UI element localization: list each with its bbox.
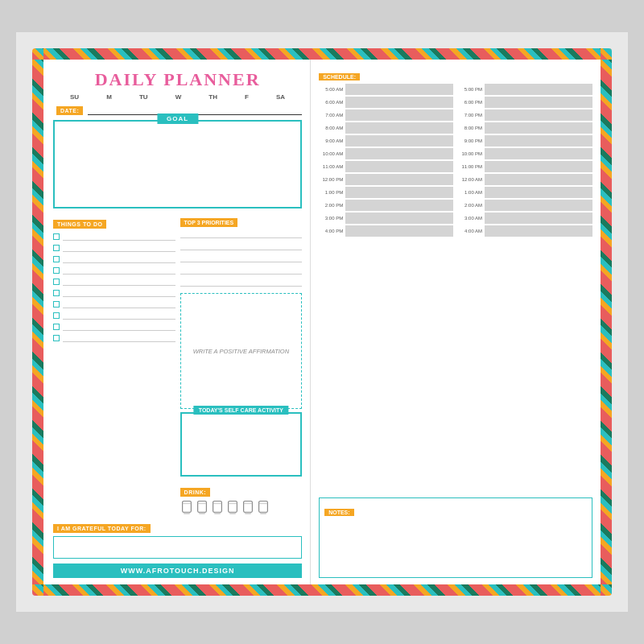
cup-icon[interactable] [226, 500, 239, 516]
time-label: 10:00 AM [319, 151, 343, 156]
planner-title: DAILY PLANNER [53, 69, 302, 90]
time-box[interactable] [345, 122, 453, 134]
time-slot: 4:00 PM [319, 225, 453, 237]
planner-inner: DAILY PLANNER SU M TU W TH F SA DATE: GO… [43, 60, 601, 584]
check-item [53, 255, 175, 263]
schedule-label: SCHEDULE: [319, 73, 360, 80]
time-box[interactable] [485, 187, 592, 198]
time-box[interactable] [485, 135, 592, 147]
priority-line [180, 279, 303, 287]
time-box[interactable] [485, 84, 592, 95]
time-box[interactable] [345, 97, 453, 108]
cup-icon[interactable] [196, 500, 208, 516]
things-todo-section: THINGS TO DO [53, 215, 175, 229]
check-item [53, 278, 175, 286]
time-label: 11:00 PM [458, 164, 482, 169]
time-box[interactable] [485, 200, 592, 211]
right-column: TOP 3 PRIORITIES WRITE A POSITIVE AFFIRM… [180, 213, 303, 516]
time-box[interactable] [485, 213, 592, 224]
checkbox[interactable] [53, 245, 60, 251]
time-slot: 12:00 PM [319, 174, 453, 185]
checkbox[interactable] [53, 233, 60, 240]
priority-line [180, 254, 303, 262]
time-label: 10:00 PM [458, 151, 482, 156]
time-slot: 1:00 AM [458, 187, 592, 198]
schedule-am-col: 5:00 AM 6:00 AM 7:00 AM 8:00 AM [319, 84, 453, 493]
check-line [63, 289, 175, 297]
svg-rect-1 [184, 512, 190, 514]
check-item [53, 289, 175, 297]
checkbox[interactable] [53, 312, 60, 319]
time-label: 2:00 AM [458, 203, 482, 208]
time-slot: 7:00 PM [458, 109, 592, 121]
day-tu: TU [139, 93, 148, 101]
time-slot: 8:00 AM [319, 122, 453, 134]
checklist [53, 233, 175, 516]
day-f: F [245, 93, 249, 101]
time-box[interactable] [485, 174, 592, 185]
page-background: DAILY PLANNER SU M TU W TH F SA DATE: GO… [16, 32, 628, 612]
time-label: 5:00 PM [458, 87, 482, 92]
checkbox[interactable] [53, 324, 60, 330]
time-box[interactable] [345, 225, 453, 237]
svg-rect-13 [245, 512, 251, 514]
time-box[interactable] [485, 109, 592, 121]
check-line [63, 278, 175, 286]
check-line [63, 233, 175, 241]
grateful-box[interactable] [53, 536, 302, 559]
time-slot: 5:00 PM [458, 84, 592, 95]
time-box[interactable] [485, 97, 592, 108]
check-item [53, 312, 175, 320]
check-item [53, 233, 175, 241]
day-th: TH [208, 93, 217, 101]
right-panel: SCHEDULE: 5:00 AM 6:00 AM [311, 60, 601, 584]
time-box[interactable] [345, 174, 453, 185]
check-item [53, 244, 175, 252]
time-label: 6:00 PM [458, 100, 482, 105]
time-slot: 11:00 PM [458, 161, 592, 172]
time-box[interactable] [345, 161, 453, 172]
time-label: 12:00 PM [319, 177, 343, 182]
svg-rect-3 [197, 502, 206, 513]
check-line [63, 300, 175, 308]
time-slot: 8:00 PM [458, 122, 592, 134]
check-item [53, 334, 175, 342]
time-box[interactable] [485, 148, 592, 159]
checkbox[interactable] [53, 267, 60, 274]
time-box[interactable] [345, 187, 453, 198]
cup-icon[interactable] [180, 500, 193, 516]
time-box[interactable] [345, 213, 453, 224]
checkbox[interactable] [53, 301, 60, 308]
time-box[interactable] [345, 148, 453, 159]
time-box[interactable] [345, 200, 453, 211]
time-box[interactable] [345, 84, 453, 95]
svg-rect-4 [199, 512, 205, 514]
time-label: 9:00 AM [319, 138, 343, 143]
checkbox[interactable] [53, 279, 60, 285]
notes-section: NOTES: [319, 497, 592, 578]
date-label: DATE: [56, 106, 83, 115]
planner-outer: DAILY PLANNER SU M TU W TH F SA DATE: GO… [32, 48, 612, 596]
checkbox[interactable] [53, 335, 60, 341]
check-line [63, 266, 175, 275]
cup-icon[interactable] [257, 500, 270, 516]
checkbox[interactable] [53, 256, 60, 262]
time-label: 12:00 AM [458, 177, 482, 182]
cup-icon[interactable] [242, 500, 254, 516]
time-box[interactable] [485, 122, 592, 134]
notes-label: NOTES: [324, 509, 353, 516]
time-label: 9:00 PM [458, 138, 482, 143]
svg-rect-12 [243, 502, 252, 513]
checkbox[interactable] [53, 290, 60, 296]
days-row: SU M TU W TH F SA [53, 93, 302, 101]
time-box[interactable] [345, 135, 453, 147]
time-box[interactable] [485, 225, 592, 237]
time-label: 11:00 AM [319, 164, 343, 169]
day-m: M [106, 93, 112, 101]
time-box[interactable] [485, 161, 592, 172]
time-slot: 6:00 PM [458, 97, 592, 108]
time-box[interactable] [345, 109, 453, 121]
cup-icon[interactable] [211, 500, 224, 516]
time-label: 1:00 AM [458, 190, 482, 195]
time-slot: 7:00 AM [319, 109, 453, 121]
